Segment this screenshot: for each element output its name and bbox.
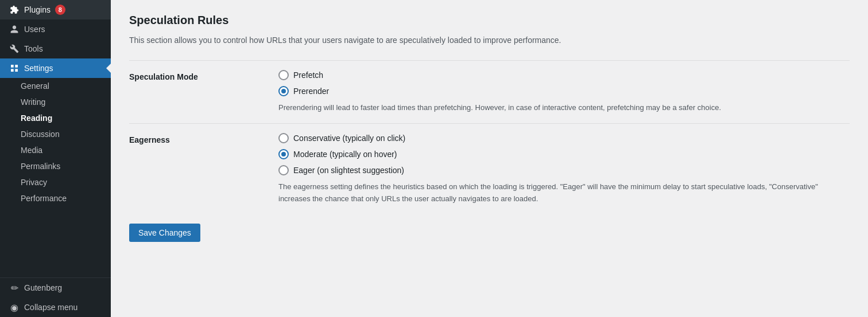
sidebar: Plugins 8 Users Tools Settings General W… [0,0,111,317]
radio-prerender[interactable]: Prerender [278,86,850,96]
sidebar-item-collapse[interactable]: ◉ Collapse menu [0,298,111,317]
settings-submenu: General Writing Reading Discussion Media… [0,78,111,206]
speculation-mode-helper: Prerendering will lead to faster load ti… [278,102,850,114]
speculation-mode-row: Speculation Mode Prefetch Prerender Prer… [129,60,850,123]
gutenberg-label: Gutenberg [24,283,62,292]
sidebar-item-general[interactable]: General [0,78,111,94]
radio-prerender-input[interactable] [278,86,289,96]
radio-moderate-input[interactable] [278,149,289,159]
radio-moderate[interactable]: Moderate (typically on hover) [278,149,850,159]
tools-label: Tools [24,44,43,53]
users-label: Users [24,25,45,34]
radio-prefetch[interactable]: Prefetch [278,70,850,80]
svg-rect-1 [15,65,18,68]
eagerness-control: Conservative (typically on click) Modera… [278,133,850,205]
sidebar-item-users[interactable]: Users [0,19,111,39]
settings-label: Settings [24,64,53,73]
svg-rect-2 [15,69,18,72]
radio-conservative-label: Conservative (typically on click) [293,134,405,143]
speculation-mode-label: Speculation Mode [129,70,278,81]
radio-prefetch-label: Prefetch [293,71,323,80]
svg-rect-0 [11,65,14,68]
users-icon [9,24,20,34]
collapse-icon: ◉ [9,302,20,312]
eagerness-row: Eagerness Conservative (typically on cli… [129,123,850,214]
page-title: Speculation Rules [129,14,850,27]
radio-eager[interactable]: Eager (on slightest suggestion) [278,165,850,175]
radio-eager-label: Eager (on slightest suggestion) [293,166,404,175]
settings-active-arrow [106,64,111,73]
save-button[interactable]: Save Changes [129,224,200,242]
plugins-label: Plugins [24,5,51,14]
sidebar-item-privacy[interactable]: Privacy [0,174,111,190]
collapse-label: Collapse menu [24,303,78,312]
gutenberg-icon: ✏ [9,283,20,293]
settings-icon [9,63,20,73]
radio-eager-input[interactable] [278,165,289,175]
sidebar-item-settings[interactable]: Settings [0,58,111,78]
plugins-badge: 8 [55,5,65,15]
eagerness-helper: The eagerness setting defines the heuris… [278,181,850,205]
sidebar-item-permalinks[interactable]: Permalinks [0,158,111,174]
tools-icon [9,44,20,54]
radio-prefetch-input[interactable] [278,70,289,80]
sidebar-item-media[interactable]: Media [0,142,111,158]
svg-rect-3 [11,69,14,72]
radio-prerender-label: Prerender [293,87,329,96]
sidebar-item-gutenberg[interactable]: ✏ Gutenberg [0,278,111,298]
main-content: Speculation Rules This section allows yo… [111,0,868,317]
radio-moderate-label: Moderate (typically on hover) [293,150,397,159]
plugins-icon [9,5,20,15]
sidebar-item-reading[interactable]: Reading [0,110,111,126]
radio-conservative-input[interactable] [278,133,289,143]
speculation-mode-control: Prefetch Prerender Prerendering will lea… [278,70,850,114]
sidebar-item-discussion[interactable]: Discussion [0,126,111,142]
sidebar-item-plugins[interactable]: Plugins 8 [0,0,111,19]
sidebar-item-writing[interactable]: Writing [0,94,111,110]
sidebar-item-performance[interactable]: Performance [0,190,111,206]
sidebar-bottom: ✏ Gutenberg ◉ Collapse menu [0,277,111,317]
radio-conservative[interactable]: Conservative (typically on click) [278,133,850,143]
section-description: This section allows you to control how U… [129,34,850,46]
eagerness-label: Eagerness [129,133,278,144]
sidebar-item-tools[interactable]: Tools [0,39,111,58]
